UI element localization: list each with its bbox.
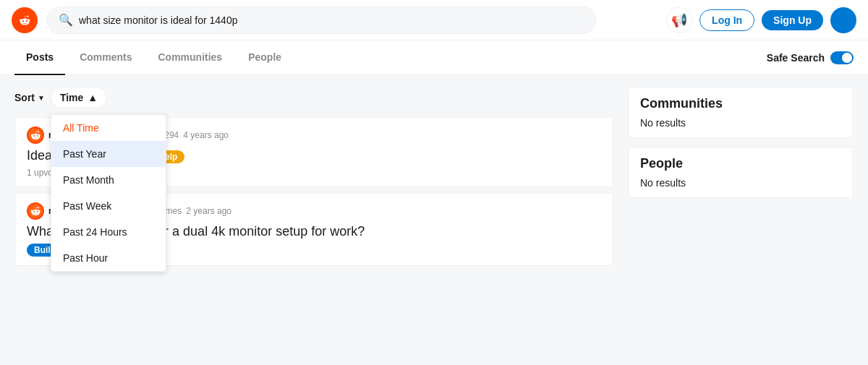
search-icon: 🔍 xyxy=(59,13,73,27)
time-option-past-24-hours[interactable]: Past 24 Hours xyxy=(51,219,166,245)
reddit-logo[interactable] xyxy=(12,7,38,33)
signup-button[interactable]: Sign Up xyxy=(762,10,823,30)
login-button[interactable]: Log In xyxy=(699,9,754,31)
time-dropdown-menu: All Time Past Year Past Month Past Week … xyxy=(51,114,166,272)
sort-label[interactable]: Sort ▼ xyxy=(14,92,45,103)
post-time: 2 years ago xyxy=(186,206,231,216)
time-option-past-year[interactable]: Past Year xyxy=(51,141,166,167)
sidebar-communities-card: Communities No results xyxy=(628,87,854,138)
tabs-bar: Posts Comments Communities People Safe S… xyxy=(0,40,868,75)
time-option-past-hour[interactable]: Past Hour xyxy=(51,245,166,271)
tab-posts[interactable]: Posts xyxy=(14,40,65,75)
time-option-all-time[interactable]: All Time xyxy=(51,115,166,141)
tab-comments[interactable]: Comments xyxy=(68,40,143,75)
sidebar-people-title: People xyxy=(640,156,841,171)
content-area: Sort ▼ Time ▲ All Time Past Year Past Mo… xyxy=(14,87,613,353)
tab-communities[interactable]: Communities xyxy=(146,40,234,75)
search-bar[interactable]: 🔍 xyxy=(46,7,596,34)
avatar xyxy=(27,126,44,144)
safe-search-toggle[interactable] xyxy=(830,7,856,33)
sort-chevron-icon: ▼ xyxy=(38,94,45,102)
time-chevron-icon: ▲ xyxy=(88,92,98,103)
megaphone-button[interactable]: 📢 xyxy=(666,7,692,33)
post-time: 4 years ago xyxy=(183,130,229,140)
header: 🔍 📢 Log In Sign Up xyxy=(0,0,868,40)
search-input[interactable] xyxy=(79,14,584,26)
sidebar-people-card: People No results xyxy=(628,147,854,198)
time-button[interactable]: Time ▲ xyxy=(51,87,107,108)
sidebar-communities-title: Communities xyxy=(640,96,841,111)
sidebar-communities-no-results: No results xyxy=(640,117,841,129)
header-right: 📢 Log In Sign Up xyxy=(666,7,856,33)
time-option-past-month[interactable]: Past Month xyxy=(51,167,166,193)
sidebar: Communities No results People No results xyxy=(628,87,854,353)
avatar xyxy=(27,202,44,220)
safe-search-switch[interactable] xyxy=(830,51,854,64)
sidebar-people-no-results: No results xyxy=(640,177,841,189)
safe-search-label: Safe Search xyxy=(767,51,854,64)
filter-bar: Sort ▼ Time ▲ All Time Past Year Past Mo… xyxy=(14,87,613,108)
time-dropdown-wrapper: Time ▲ All Time Past Year Past Month Pas… xyxy=(51,87,107,108)
time-option-past-week[interactable]: Past Week xyxy=(51,193,166,219)
tab-people[interactable]: People xyxy=(237,40,293,75)
main-content: Sort ▼ Time ▲ All Time Past Year Past Mo… xyxy=(0,75,868,365)
